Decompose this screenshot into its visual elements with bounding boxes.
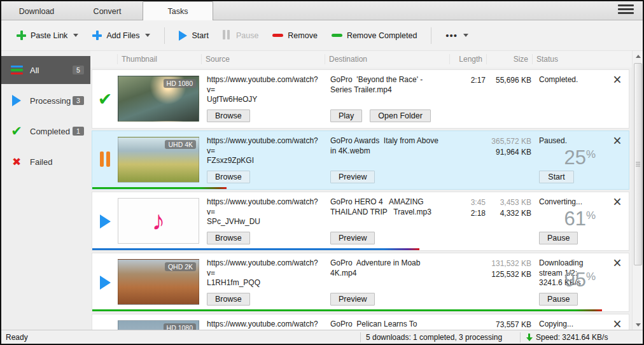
- count-badge: 1: [73, 127, 84, 136]
- source-url: https://www.youtube.com/watch?v=UgfTw6He…: [207, 75, 321, 105]
- pause-icon: [223, 30, 232, 41]
- pause-button[interactable]: Pause: [539, 293, 578, 306]
- add-files-button[interactable]: Add Files: [87, 27, 155, 44]
- play-icon: [100, 276, 111, 290]
- preview-button[interactable]: Preview: [330, 293, 375, 306]
- count-badge: 5: [73, 66, 84, 74]
- toolbar: Paste Link Add Files Start Pause Remove …: [1, 20, 643, 51]
- chevron-down-icon[interactable]: [73, 34, 78, 37]
- app-window: Download Convert Tasks Paste Link Add Fi…: [0, 0, 644, 345]
- destination-filename: GoPro HERO 4 AMAZING THAILAND TRIP Trave…: [330, 197, 446, 217]
- browse-button[interactable]: Browse: [207, 232, 250, 244]
- pause-button[interactable]: Pause: [539, 232, 578, 244]
- column-length[interactable]: Length: [449, 54, 486, 64]
- progress-percent: 95%: [564, 267, 596, 293]
- x-icon: ✖: [8, 155, 25, 169]
- toolbar-separator: [164, 27, 165, 44]
- browse-button[interactable]: Browse: [207, 293, 250, 306]
- sidebar-item-failed[interactable]: ✖ Failed: [1, 148, 90, 176]
- status-text: Completed.: [539, 75, 578, 84]
- remove-completed-icon: [332, 34, 342, 37]
- length-cell: [450, 131, 487, 189]
- length-cell: 2:17: [450, 70, 487, 128]
- quality-badge: QHD 2K: [165, 262, 196, 271]
- status-cell: Paused. 25% Start: [533, 131, 606, 189]
- preview-button[interactable]: Preview: [330, 232, 375, 244]
- status-ready: Ready: [1, 333, 360, 342]
- open-folder-button[interactable]: Open Folder: [370, 109, 430, 122]
- column-status[interactable]: Status: [532, 54, 632, 64]
- task-row-paused[interactable]: UHD 4K https://www.youtube.com/watch?v=F…: [92, 130, 629, 190]
- arrow-down-icon: [636, 323, 641, 327]
- sidebar-item-label: Completed: [30, 127, 73, 136]
- tab-tasks[interactable]: Tasks: [143, 1, 213, 20]
- scroll-down-button[interactable]: [633, 320, 643, 330]
- column-destination[interactable]: Destination: [325, 54, 449, 64]
- size-cell: 55,696 KB: [487, 70, 533, 128]
- status-downloads-summary: 5 downloads: 1 completed, 3 processing: [361, 333, 520, 342]
- task-row-converting[interactable]: ♪ https://www.youtube.com/watch?v=SPc_JV…: [92, 192, 629, 251]
- toolbar-separator: [431, 27, 431, 44]
- start-button[interactable]: Start: [174, 27, 213, 45]
- start-label: Start: [192, 31, 208, 40]
- size-cell: 365,572 KB91,964 KB: [487, 131, 533, 189]
- all-tasks-icon: [8, 64, 25, 75]
- vertical-scrollbar[interactable]: [632, 51, 643, 330]
- task-row-completed[interactable]: ✔ HD 1080 https://www.youtube.com/watch?…: [92, 69, 629, 129]
- more-options-button[interactable]: •••: [440, 26, 473, 45]
- scroll-up-button[interactable]: [633, 51, 643, 61]
- progress-percent: 61%: [564, 206, 596, 232]
- close-icon[interactable]: ×: [613, 73, 621, 128]
- remove-completed-button[interactable]: Remove Completed: [326, 27, 422, 44]
- preview-button[interactable]: Preview: [330, 171, 375, 183]
- browse-button[interactable]: Browse: [207, 109, 250, 122]
- play-button[interactable]: Play: [330, 109, 362, 122]
- length-cell: 3:452:18: [450, 192, 487, 250]
- size-cell: 131,532 KB125,532 KB: [487, 253, 533, 311]
- count-badge: 3: [73, 96, 84, 105]
- task-row-copying[interactable]: HD 1080 https://www.youtube.com/watch?v=…: [92, 314, 629, 330]
- scrollbar-thumb[interactable]: [634, 63, 642, 265]
- ellipsis-icon: •••: [445, 30, 458, 41]
- close-icon[interactable]: ×: [613, 134, 621, 189]
- column-size[interactable]: Size: [486, 54, 532, 64]
- hamburger-menu-icon[interactable]: [618, 3, 634, 16]
- tab-download[interactable]: Download: [1, 3, 72, 20]
- chevron-down-icon[interactable]: [145, 34, 150, 37]
- status-cell: Copying...: [533, 314, 606, 330]
- start-button[interactable]: Start: [539, 171, 574, 183]
- status-speed: Speed: 3241.64 KB/s: [521, 333, 643, 342]
- pause-button[interactable]: Pause: [218, 26, 263, 45]
- tab-convert[interactable]: Convert: [72, 3, 143, 20]
- remove-icon: [272, 34, 283, 37]
- video-thumbnail: UHD 4K: [118, 137, 199, 183]
- destination-filename: GoPro Pelican Learns To Fish.mp4: [330, 320, 446, 330]
- check-icon: ✔: [98, 89, 113, 109]
- close-icon[interactable]: ×: [613, 256, 621, 311]
- column-thumbnail[interactable]: Thumbnail: [117, 54, 201, 64]
- plus-icon: [92, 31, 102, 40]
- browse-button[interactable]: Browse: [207, 171, 250, 183]
- remove-button[interactable]: Remove: [267, 27, 323, 44]
- quality-badge: UHD 4K: [165, 140, 196, 149]
- sidebar-item-completed[interactable]: ✔ Completed 1: [1, 117, 90, 145]
- close-icon[interactable]: ×: [613, 317, 621, 330]
- content-area: All 5 Processing 3 ✔ Completed 1 ✖ Faile…: [1, 51, 643, 330]
- progress-bar: [92, 248, 419, 250]
- video-thumbnail: QHD 2K: [118, 259, 199, 305]
- list-header: Thumbnail Source Destination Length Size…: [90, 51, 632, 67]
- destination-filename: GoPro Adventure in Moab 4K.mp4: [330, 258, 446, 278]
- paste-link-button[interactable]: Paste Link: [11, 27, 83, 44]
- column-source[interactable]: Source: [201, 54, 325, 64]
- sidebar-item-all[interactable]: All 5: [1, 56, 90, 84]
- close-icon[interactable]: ×: [613, 195, 621, 250]
- length-cell: [450, 253, 487, 311]
- destination-filename: GoPro 'Beyond the Race' - Series Trailer…: [330, 75, 446, 95]
- speed-label: Speed: 3241.64 KB/s: [536, 333, 608, 342]
- size-cell: 73,557 KB: [487, 314, 533, 330]
- source-url: https://www.youtube.com/watch?v=zyI9zmOW…: [207, 320, 321, 330]
- status-cell: Completed.: [533, 70, 606, 128]
- task-row-downloading[interactable]: QHD 2K https://www.youtube.com/watch?v=L…: [92, 253, 629, 312]
- sidebar-item-processing[interactable]: Processing 3: [1, 87, 90, 115]
- quality-badge: HD 1080: [164, 323, 196, 330]
